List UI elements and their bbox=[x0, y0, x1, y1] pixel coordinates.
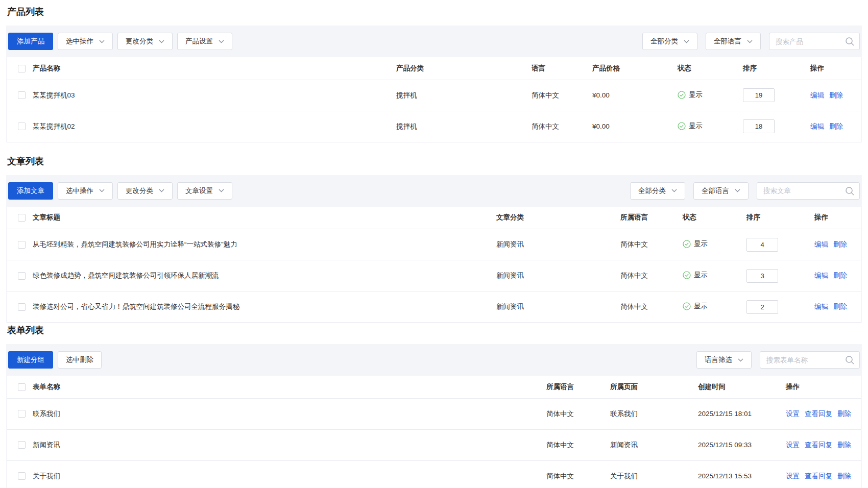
form-page: 关于我们 bbox=[610, 472, 638, 480]
settings-link[interactable]: 设置 bbox=[786, 441, 800, 449]
dropdown-label: 全部分类 bbox=[650, 33, 678, 50]
language-filter-dropdown[interactable]: 全部语言 bbox=[706, 33, 761, 50]
delete-link[interactable]: 删除 bbox=[833, 303, 847, 310]
language-filter-dropdown[interactable]: 语言筛选 bbox=[696, 351, 752, 369]
status-label: 显示 bbox=[694, 271, 708, 280]
sort-input[interactable] bbox=[746, 300, 778, 314]
change-category-dropdown[interactable]: 更改分类 bbox=[117, 33, 173, 50]
view-replies-link[interactable]: 查看回复 bbox=[805, 441, 832, 449]
form-search-input[interactable] bbox=[760, 352, 859, 368]
delete-link[interactable]: 删除 bbox=[837, 472, 851, 480]
article-settings-dropdown[interactable]: 文章设置 bbox=[177, 182, 232, 200]
products-panel: 添加产品 选中操作 更改分类 产品设置 bbox=[6, 26, 862, 142]
select-all-checkbox[interactable] bbox=[18, 383, 26, 391]
view-replies-link[interactable]: 查看回复 bbox=[805, 472, 832, 480]
check-circle-icon bbox=[678, 91, 686, 99]
settings-link[interactable]: 设置 bbox=[786, 410, 800, 418]
form-row: 新闻资讯 简体中文 新闻资讯 2025/12/15 09:33 设置查看回复删除 bbox=[7, 429, 861, 460]
search-icon[interactable] bbox=[845, 37, 855, 46]
edit-link[interactable]: 编辑 bbox=[814, 303, 828, 310]
dropdown-label: 全部分类 bbox=[638, 183, 666, 199]
form-name: 联系我们 bbox=[33, 410, 60, 418]
selected-actions-dropdown[interactable]: 选中操作 bbox=[58, 182, 113, 200]
row-checkbox[interactable] bbox=[18, 410, 26, 418]
row-checkbox[interactable] bbox=[18, 272, 26, 280]
column-header: 操作 bbox=[786, 376, 861, 398]
column-header: 所属语言 bbox=[546, 376, 610, 398]
chevron-down-icon bbox=[99, 40, 105, 43]
edit-link[interactable]: 编辑 bbox=[814, 272, 828, 279]
category-filter-dropdown[interactable]: 全部分类 bbox=[630, 182, 685, 200]
column-header: 状态 bbox=[678, 57, 743, 80]
delete-link[interactable]: 删除 bbox=[837, 410, 851, 418]
product-language: 简体中文 bbox=[532, 123, 559, 130]
delete-link[interactable]: 删除 bbox=[829, 91, 843, 99]
add-article-button[interactable]: 添加文章 bbox=[8, 182, 53, 200]
add-product-button[interactable]: 添加产品 bbox=[8, 33, 53, 50]
row-checkbox[interactable] bbox=[18, 241, 26, 249]
row-checkbox[interactable] bbox=[18, 303, 26, 311]
column-header: 产品名称 bbox=[33, 57, 396, 80]
product-search bbox=[769, 33, 860, 50]
article-search-input[interactable] bbox=[757, 183, 859, 199]
dropdown-label: 选中操作 bbox=[66, 183, 93, 199]
sort-input[interactable] bbox=[746, 238, 778, 252]
delete-selected-button[interactable]: 选中删除 bbox=[58, 351, 102, 369]
check-circle-icon bbox=[683, 302, 691, 310]
row-checkbox[interactable] bbox=[18, 123, 26, 130]
sort-input[interactable] bbox=[743, 88, 775, 102]
category-filter-dropdown[interactable]: 全部分类 bbox=[642, 33, 697, 50]
article-search bbox=[757, 182, 860, 200]
search-icon[interactable] bbox=[845, 186, 855, 196]
row-checkbox[interactable] bbox=[18, 441, 26, 449]
product-settings-dropdown[interactable]: 产品设置 bbox=[177, 33, 232, 50]
row-checkbox[interactable] bbox=[18, 91, 26, 99]
column-header: 所属语言 bbox=[620, 207, 683, 229]
search-icon[interactable] bbox=[845, 355, 855, 365]
column-header: 所属页面 bbox=[610, 376, 698, 398]
forms-toolbar: 新建分组 选中删除 语言筛选 bbox=[7, 351, 861, 369]
column-header: 排序 bbox=[743, 57, 810, 80]
edit-link[interactable]: 编辑 bbox=[810, 123, 824, 130]
status-badge: 显示 bbox=[683, 302, 708, 311]
change-category-dropdown[interactable]: 更改分类 bbox=[117, 182, 173, 200]
row-actions: 设置查看回复删除 bbox=[786, 429, 861, 460]
column-header: 排序 bbox=[746, 207, 814, 229]
new-group-button[interactable]: 新建分组 bbox=[8, 351, 53, 369]
delete-link[interactable]: 删除 bbox=[833, 240, 847, 248]
row-actions: 编辑删除 bbox=[814, 229, 861, 260]
sort-input[interactable] bbox=[743, 119, 775, 133]
view-replies-link[interactable]: 查看回复 bbox=[805, 410, 832, 418]
status-label: 显示 bbox=[689, 121, 703, 131]
language-filter-dropdown[interactable]: 全部语言 bbox=[693, 182, 749, 200]
edit-link[interactable]: 编辑 bbox=[814, 240, 828, 248]
delete-link[interactable]: 删除 bbox=[829, 123, 843, 130]
chevron-down-icon bbox=[671, 189, 677, 192]
dropdown-label: 全部语言 bbox=[714, 33, 741, 50]
column-header: 操作 bbox=[814, 207, 861, 229]
selected-actions-dropdown[interactable]: 选中操作 bbox=[58, 33, 113, 50]
column-header: 产品分类 bbox=[396, 57, 532, 80]
settings-link[interactable]: 设置 bbox=[786, 472, 800, 480]
row-checkbox[interactable] bbox=[18, 472, 26, 480]
form-page: 联系我们 bbox=[610, 410, 638, 418]
article-category: 新闻资讯 bbox=[496, 240, 524, 248]
edit-link[interactable]: 编辑 bbox=[810, 91, 824, 99]
column-header: 文章分类 bbox=[496, 207, 620, 229]
select-all-checkbox[interactable] bbox=[18, 214, 26, 222]
status-badge: 显示 bbox=[683, 239, 708, 249]
delete-link[interactable]: 删除 bbox=[833, 272, 847, 279]
product-name: 某某搅拌机02 bbox=[33, 123, 75, 130]
form-created-time: 2025/12/15 09:33 bbox=[698, 441, 752, 449]
delete-link[interactable]: 删除 bbox=[837, 441, 851, 449]
articles-page-title: 文章列表 bbox=[7, 155, 862, 168]
form-name: 新闻资讯 bbox=[33, 441, 60, 449]
form-language: 简体中文 bbox=[546, 472, 574, 480]
select-all-checkbox[interactable] bbox=[18, 65, 26, 72]
dropdown-label: 产品设置 bbox=[185, 33, 213, 50]
sort-input[interactable] bbox=[746, 269, 778, 283]
check-circle-icon bbox=[678, 122, 686, 130]
chevron-down-icon bbox=[159, 40, 164, 43]
dropdown-label: 更改分类 bbox=[126, 183, 153, 199]
check-circle-icon bbox=[683, 240, 691, 248]
